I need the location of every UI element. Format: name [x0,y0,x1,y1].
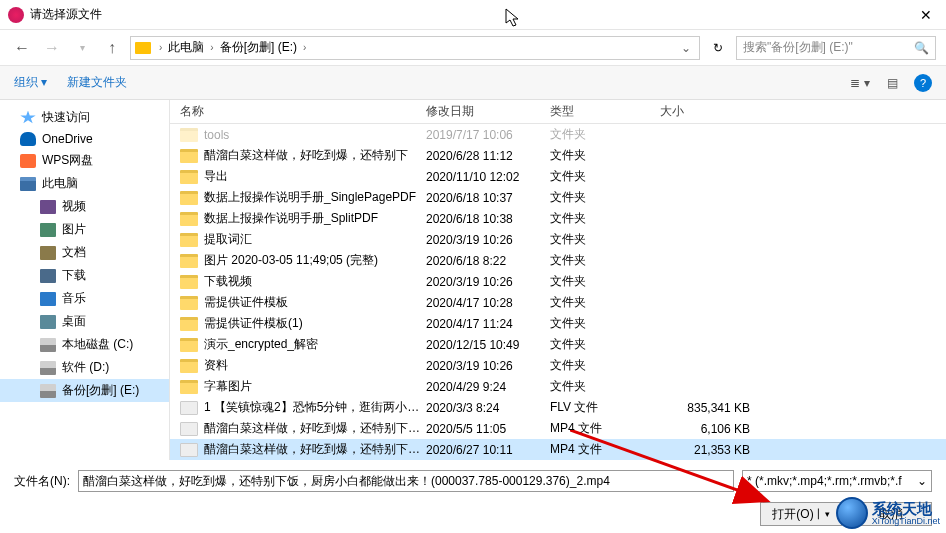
drive-icon [135,42,151,54]
file-name: 1 【笑镇惊魂2】恐怖5分钟，逛街两小时... [204,399,426,416]
view-mode-button[interactable]: ≣ ▾ [850,74,870,92]
open-button[interactable]: 打开(O)▏▾ [760,502,842,526]
file-row[interactable]: 醋溜白菜这样做，好吃到爆，还特别下2020/6/28 11:12文件夹 [170,145,946,166]
file-date: 2020/12/15 10:49 [426,338,550,352]
column-headers: 名称 修改日期 类型 大小 [170,100,946,124]
back-button[interactable]: ← [10,36,34,60]
sidebar-item[interactable]: 图片 [0,218,169,241]
filetype-filter[interactable]: * (*.mkv;*.mp4;*.rm;*.rmvb;*.f ⌄ [742,470,932,492]
folder-icon [180,338,198,352]
file-name: 资料 [204,357,426,374]
chevron-right-icon[interactable]: › [208,42,215,53]
file-type: 文件夹 [550,315,660,332]
file-type: 文件夹 [550,378,660,395]
sidebar-label: 桌面 [62,313,86,330]
file-row[interactable]: 字幕图片2020/4/29 9:24文件夹 [170,376,946,397]
sidebar-label: 下载 [62,267,86,284]
search-icon[interactable]: 🔍 [914,41,929,55]
file-name: 下载视频 [204,273,426,290]
file-name: 醋溜白菜这样做，好吃到爆，还特别下饭... [204,420,426,437]
sidebar-icon [40,223,56,237]
bottom-panel: 文件名(N): * (*.mkv;*.mp4;*.rm;*.rmvb;*.f ⌄… [0,460,946,533]
recent-dropdown[interactable]: ▾ [70,36,94,60]
cancel-button[interactable]: 取消 [850,502,932,526]
sidebar-icon [20,177,36,191]
sidebar-item[interactable]: WPS网盘 [0,149,169,172]
col-type[interactable]: 类型 [550,103,660,120]
file-name: 提取词汇 [204,231,426,248]
sidebar-icon [40,200,56,214]
file-type: 文件夹 [550,189,660,206]
sidebar-item[interactable]: 音乐 [0,287,169,310]
folder-icon [180,380,198,394]
sidebar-item[interactable]: 备份[勿删] (E:) [0,379,169,402]
file-row[interactable]: 需提供证件模板2020/4/17 10:28文件夹 [170,292,946,313]
up-button[interactable]: ↑ [100,36,124,60]
sidebar-label: 备份[勿删] (E:) [62,382,139,399]
file-date: 2020/11/10 12:02 [426,170,550,184]
col-name[interactable]: 名称 [180,103,426,120]
file-type: 文件夹 [550,252,660,269]
sidebar-item[interactable]: 桌面 [0,310,169,333]
file-type: 文件夹 [550,336,660,353]
file-row[interactable]: 数据上报操作说明手册_SinglePagePDF2020/6/18 10:37文… [170,187,946,208]
folder-icon [180,170,198,184]
sidebar-item[interactable]: 软件 (D:) [0,356,169,379]
search-input[interactable]: 搜索"备份[勿删] (E:)" 🔍 [736,36,936,60]
file-row[interactable]: 资料2020/3/19 10:26文件夹 [170,355,946,376]
sidebar-label: 软件 (D:) [62,359,109,376]
sidebar-icon [40,361,56,375]
sidebar-item[interactable]: OneDrive [0,129,169,149]
file-row[interactable]: 图片 2020-03-05 11;49;05 (完整)2020/6/18 8:2… [170,250,946,271]
close-icon[interactable]: ✕ [914,7,938,23]
file-name: tools [204,128,426,142]
sidebar-label: 视频 [62,198,86,215]
chevron-right-icon[interactable]: › [301,42,308,53]
folder-icon [180,296,198,310]
preview-pane-button[interactable]: ▤ [882,74,902,92]
help-button[interactable]: ? [914,74,932,92]
breadcrumb[interactable]: › 此电脑 › 备份[勿删] (E:) › ⌄ [130,36,700,60]
sidebar-label: WPS网盘 [42,152,93,169]
sidebar-item[interactable]: 本地磁盘 (C:) [0,333,169,356]
sidebar-item[interactable]: 文档 [0,241,169,264]
sidebar-item[interactable]: 快速访问 [0,106,169,129]
forward-button[interactable]: → [40,36,64,60]
breadcrumb-seg[interactable]: 备份[勿删] (E:) [218,39,299,56]
file-row[interactable]: 下载视频2020/3/19 10:26文件夹 [170,271,946,292]
file-row[interactable]: 演示_encrypted_解密2020/12/15 10:49文件夹 [170,334,946,355]
navbar: ← → ▾ ↑ › 此电脑 › 备份[勿删] (E:) › ⌄ ↻ 搜索"备份[… [0,30,946,66]
file-row[interactable]: 醋溜白菜这样做，好吃到爆，还特别下饭...2020/6/27 10:11MP4 … [170,439,946,460]
organize-menu[interactable]: 组织 ▾ [14,74,47,91]
file-date: 2020/6/18 10:38 [426,212,550,226]
filename-input[interactable] [78,470,734,492]
file-row[interactable]: 数据上报操作说明手册_SplitPDF2020/6/18 10:38文件夹 [170,208,946,229]
file-row[interactable]: 醋溜白菜这样做，好吃到爆，还特别下饭...2020/5/5 11:05MP4 文… [170,418,946,439]
sidebar-item[interactable]: 下载 [0,264,169,287]
file-type: 文件夹 [550,126,660,143]
file-name: 数据上报操作说明手册_SinglePagePDF [204,189,426,206]
sidebar-label: 本地磁盘 (C:) [62,336,133,353]
file-type: 文件夹 [550,231,660,248]
file-row[interactable]: tools2019/7/17 10:06文件夹 [170,124,946,145]
file-row[interactable]: 1 【笑镇惊魂2】恐怖5分钟，逛街两小时...2020/3/3 8:24FLV … [170,397,946,418]
file-type: 文件夹 [550,168,660,185]
sidebar-label: 音乐 [62,290,86,307]
refresh-button[interactable]: ↻ [706,36,730,60]
sidebar-item[interactable]: 视频 [0,195,169,218]
col-size[interactable]: 大小 [660,103,770,120]
col-date[interactable]: 修改日期 [426,103,550,120]
breadcrumb-seg[interactable]: 此电脑 [166,39,206,56]
file-row[interactable]: 需提供证件模板(1)2020/4/17 11:24文件夹 [170,313,946,334]
sidebar-item[interactable]: 此电脑 [0,172,169,195]
new-folder-button[interactable]: 新建文件夹 [67,74,127,91]
sidebar-label: 此电脑 [42,175,78,192]
folder-icon [180,212,198,226]
file-row[interactable]: 导出2020/11/10 12:02文件夹 [170,166,946,187]
folder-icon [180,275,198,289]
file-date: 2020/6/18 8:22 [426,254,550,268]
file-row[interactable]: 提取词汇2020/3/19 10:26文件夹 [170,229,946,250]
chevron-right-icon[interactable]: › [157,42,164,53]
file-size: 21,353 KB [660,443,770,457]
breadcrumb-dropdown[interactable]: ⌄ [677,41,695,55]
